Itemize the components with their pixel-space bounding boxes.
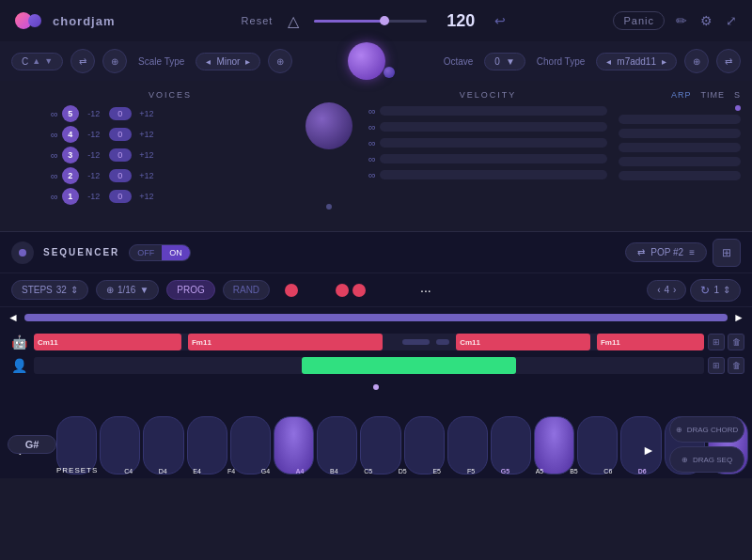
scale-type-selector[interactable]: ◂ Minor ▸ (196, 53, 260, 70)
counter-value: 4 (665, 285, 670, 295)
beat-6[interactable] (369, 284, 383, 297)
undo-icon[interactable]: ↩ (494, 13, 506, 28)
current-key-display[interactable]: G# (8, 435, 56, 454)
panic-button[interactable]: Panic (613, 11, 665, 30)
piano-key-b4[interactable] (317, 416, 357, 474)
slider-track[interactable] (314, 20, 427, 23)
key-label-d6: D6 (627, 468, 658, 474)
key-selector[interactable]: C ▲ ▼ (11, 53, 63, 70)
reset-button[interactable]: Reset (242, 15, 274, 26)
loop-arrow: ⇕ (723, 285, 730, 295)
key-label-d5: D5 (387, 468, 418, 474)
arp-bar-3[interactable] (619, 143, 741, 152)
voice-1-inf: ∞ (51, 191, 58, 202)
beat-3[interactable] (319, 284, 332, 297)
scroll-left-arrow[interactable]: ◄ (8, 311, 19, 324)
piano-key-e5[interactable] (447, 416, 488, 474)
chord-block-fm11-2[interactable]: Fm11 (597, 334, 704, 350)
piano-key-a4[interactable] (274, 416, 314, 474)
velocity-orb[interactable] (570, 90, 607, 128)
beat-4[interactable] (336, 284, 349, 297)
time-label: TIME (700, 90, 725, 100)
app-name: chordjam (53, 14, 116, 28)
voice-2-center[interactable]: 0 (109, 169, 132, 182)
track-1-grid[interactable]: ⊞ (708, 334, 725, 350)
control-icon-1[interactable]: ⇄ (70, 49, 95, 73)
scroll-right-arrow[interactable]: ► (733, 311, 744, 324)
beat-7[interactable] (386, 284, 400, 297)
octave-selector[interactable]: 0 ▼ (484, 53, 525, 70)
chord-block-green[interactable] (302, 357, 516, 374)
octave-arrow-down: ▼ (506, 56, 515, 67)
prog-button[interactable]: PROG (166, 280, 214, 300)
drag-seq-button[interactable]: ⊕ DRAG SEQ (669, 446, 744, 473)
center-orb[interactable] (306, 102, 352, 149)
loop-value: 1 (713, 285, 719, 295)
voice-3-center[interactable]: 0 (109, 148, 132, 162)
division-value: 1/16 (118, 285, 135, 295)
piano-key-d5[interactable] (404, 416, 445, 474)
piano-key-g4[interactable] (230, 416, 271, 474)
big-orb[interactable] (348, 42, 385, 80)
track-2-delete[interactable]: 🗑 (728, 357, 744, 374)
piano-right-button[interactable]: ► (639, 441, 658, 459)
piano-key-d4[interactable] (100, 416, 140, 474)
control-icon-4[interactable]: ⊕ (684, 49, 709, 73)
left-orb[interactable] (8, 111, 42, 145)
chord-block-cm11-1[interactable]: Cm11 (34, 334, 181, 350)
vel-track-4[interactable] (380, 154, 607, 163)
voice-1-center[interactable]: 0 (109, 190, 132, 203)
chord-block-cm11-2[interactable]: Cm11 (456, 334, 590, 350)
piano-key-g5[interactable] (534, 416, 574, 474)
voice-4-right: +12 (135, 130, 158, 139)
piano-key-f4[interactable] (187, 416, 227, 474)
drag-chord-button[interactable]: ⊕ DRAG CHORD (669, 416, 744, 443)
rand-button[interactable]: RAND (223, 280, 270, 300)
beat-counter[interactable]: ‹ 4 › (647, 280, 686, 300)
small-dot-1 (402, 339, 430, 345)
control-icon-2[interactable]: ⊕ (102, 49, 127, 73)
seq-toggle-on[interactable]: ON (162, 245, 190, 260)
vel-fill-3 (380, 138, 585, 148)
vel-track-5[interactable] (380, 170, 607, 179)
vel-fill-4 (380, 154, 551, 163)
edit-icon[interactable]: ✏ (676, 13, 687, 28)
expand-icon[interactable]: ⤢ (726, 13, 737, 28)
track-2-grid[interactable]: ⊞ (708, 357, 725, 374)
settings-icon[interactable]: ⚙ (700, 13, 713, 28)
piano-key-f5[interactable] (491, 416, 531, 474)
control-icon-3[interactable]: ⊕ (268, 49, 292, 73)
beat-8[interactable] (403, 284, 416, 297)
seq-toggle-off[interactable]: OFF (130, 245, 162, 260)
logo-icon (15, 11, 45, 30)
steps-selector[interactable]: STEPS 32 ⇕ (11, 280, 88, 300)
vel-track-3[interactable] (380, 138, 607, 148)
beat-5[interactable] (352, 284, 366, 297)
vel-fill-2 (380, 122, 562, 132)
velocity-section: VELOCITY ∞ ∞ ∞ ∞ ∞ (368, 90, 607, 222)
scroll-track[interactable] (24, 314, 728, 321)
octave-label: Octave (444, 56, 474, 67)
seq-play-orb[interactable] (11, 241, 34, 264)
piano-key-a5[interactable] (577, 416, 618, 474)
track-1-delete[interactable]: 🗑 (728, 334, 744, 350)
arp-bar-5[interactable] (619, 171, 741, 180)
arp-bar-2[interactable] (619, 129, 741, 138)
preset-selector[interactable]: ⇄ POP #2 ≡ (625, 242, 707, 262)
chord-block-fm11-1[interactable]: Fm11 (188, 334, 383, 350)
voice-5-center[interactable]: 0 (109, 107, 132, 120)
piano-key-e4[interactable] (143, 416, 183, 474)
beat-1[interactable] (285, 284, 298, 297)
control-icon-5[interactable]: ⇄ (716, 49, 741, 73)
grid-view-button[interactable]: ⊞ (713, 239, 741, 267)
division-selector[interactable]: ⊕ 1/16 ▼ (96, 280, 159, 300)
loop-counter[interactable]: ↻ 1 ⇕ (690, 279, 741, 302)
tempo-slider[interactable] (314, 20, 427, 23)
arp-bar-1[interactable] (619, 115, 741, 124)
piano-key-c5[interactable] (360, 416, 400, 474)
arp-bar-4[interactable] (619, 157, 741, 166)
chord-type-selector[interactable]: ◂ m7add11 ▸ (596, 53, 677, 70)
beat-2[interactable] (302, 284, 315, 297)
voice-row-5: ∞ 5 -12 0 +12 (51, 105, 290, 122)
voice-4-center[interactable]: 0 (109, 128, 132, 141)
